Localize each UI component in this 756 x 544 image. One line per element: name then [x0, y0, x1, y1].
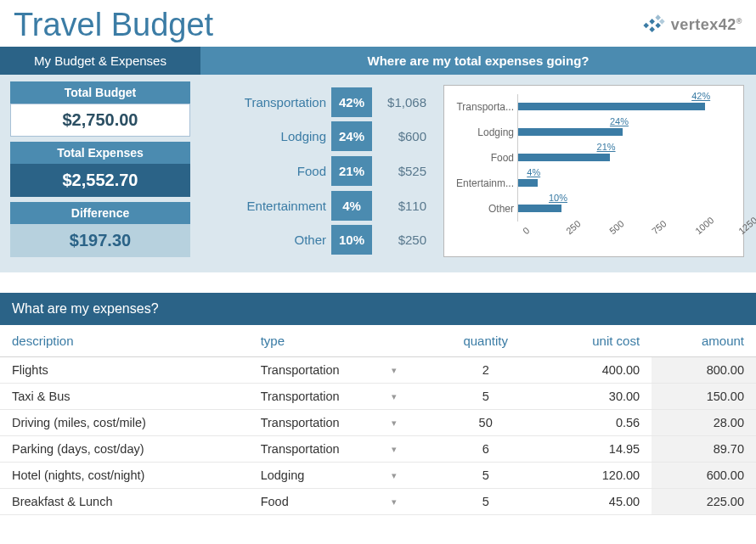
- summary-panel: Total Budget $2,750.00 Total Expenses $2…: [0, 75, 200, 272]
- breakdown-label: Lodging: [212, 121, 331, 151]
- cell-type[interactable]: Transportation▾: [249, 410, 432, 436]
- cell-amount[interactable]: 800.00: [652, 357, 756, 384]
- chart-row: Transporta...42%: [451, 94, 736, 120]
- breakdown-table: Transportation42%$1,068Lodging24%$600Foo…: [212, 85, 432, 257]
- page-title: Travel Budget: [14, 7, 213, 43]
- table-row[interactable]: FlightsTransportation▾2400.00800.00: [0, 357, 756, 384]
- cell-unit-cost[interactable]: 400.00: [539, 357, 652, 384]
- table-row[interactable]: Hotel (nights, cost/night)Lodging▾5120.0…: [0, 463, 756, 489]
- breakdown-amount: $110: [372, 191, 432, 221]
- cell-description[interactable]: Breakfast & Lunch: [0, 489, 249, 515]
- chart-category-label: Food: [451, 152, 517, 164]
- cell-unit-cost[interactable]: 14.95: [539, 436, 652, 463]
- chart-bar-label: 42%: [691, 91, 710, 101]
- cell-quantity[interactable]: 6: [432, 436, 539, 463]
- cell-unit-cost[interactable]: 30.00: [539, 384, 652, 410]
- chart-axis-tick: 750: [650, 218, 669, 236]
- svg-rect-5: [659, 19, 665, 25]
- cell-description[interactable]: Taxi & Bus: [0, 384, 249, 410]
- total-budget-label: Total Budget: [10, 81, 190, 104]
- cell-quantity[interactable]: 5: [432, 489, 539, 515]
- dropdown-caret-icon[interactable]: ▾: [392, 470, 397, 481]
- breakdown-pct: 21%: [331, 156, 372, 186]
- breakdown-pct: 24%: [331, 121, 372, 151]
- cell-description[interactable]: Hotel (nights, cost/night): [0, 463, 249, 489]
- breakdown-pct: 42%: [331, 87, 372, 117]
- my-budget-header: My Budget & Expenses: [0, 47, 200, 75]
- col-amount[interactable]: amount: [652, 325, 756, 357]
- cell-amount[interactable]: 89.70: [652, 436, 756, 463]
- table-row[interactable]: Parking (days, cost/day)Transportation▾6…: [0, 436, 756, 463]
- chart-category-label: Transporta...: [451, 101, 517, 113]
- dropdown-caret-icon[interactable]: ▾: [392, 496, 397, 508]
- col-unit-cost[interactable]: unit cost: [539, 325, 652, 357]
- svg-rect-1: [649, 19, 655, 25]
- total-expenses-value: $2,552.70: [10, 164, 190, 197]
- chart-row: Lodging24%: [451, 120, 736, 145]
- cell-description[interactable]: Parking (days, cost/day): [0, 436, 249, 463]
- chart-bar-label: 4%: [527, 167, 540, 177]
- cell-quantity[interactable]: 5: [432, 384, 539, 410]
- chart-bar: [518, 103, 705, 110]
- chart-bar: [518, 154, 610, 161]
- chart-bar: [518, 205, 561, 212]
- dropdown-caret-icon[interactable]: ▾: [392, 444, 397, 455]
- cell-quantity[interactable]: 50: [432, 410, 539, 436]
- cell-amount[interactable]: 225.00: [652, 489, 756, 515]
- cell-type[interactable]: Transportation▾: [249, 436, 432, 463]
- logo-icon: [642, 14, 666, 37]
- chart-row: Food21%: [451, 145, 736, 171]
- breakdown-pct: 4%: [331, 191, 372, 221]
- chart-bar-label: 21%: [597, 142, 616, 152]
- where-header: Where are my total expenses going?: [200, 47, 756, 75]
- svg-rect-3: [655, 22, 661, 28]
- table-row[interactable]: Driving (miles, cost/mile)Transportation…: [0, 410, 756, 436]
- breakdown-label: Entertainment: [212, 191, 331, 221]
- cell-unit-cost[interactable]: 120.00: [539, 463, 652, 489]
- cell-amount[interactable]: 28.00: [652, 410, 756, 436]
- chart-row: Other10%: [451, 196, 736, 222]
- cell-type[interactable]: Transportation▾: [249, 384, 432, 410]
- cell-description[interactable]: Driving (miles, cost/mile): [0, 410, 249, 436]
- cell-type[interactable]: Transportation▾: [249, 357, 432, 384]
- dropdown-caret-icon[interactable]: ▾: [392, 365, 397, 376]
- total-budget-value[interactable]: $2,750.00: [10, 104, 190, 137]
- cell-amount[interactable]: 600.00: [652, 463, 756, 489]
- cell-unit-cost[interactable]: 45.00: [539, 489, 652, 515]
- chart-bar-label: 10%: [549, 193, 567, 203]
- breakdown-amount: $600: [372, 121, 432, 151]
- svg-rect-2: [649, 26, 655, 32]
- expenses-table: description type quantity unit cost amou…: [0, 325, 756, 515]
- svg-rect-4: [655, 14, 661, 20]
- expenses-header: What are my expenses?: [0, 293, 756, 325]
- difference-value: $197.30: [10, 224, 190, 257]
- dropdown-caret-icon[interactable]: ▾: [392, 418, 397, 429]
- col-description[interactable]: description: [0, 325, 249, 357]
- chart-category-label: Other: [451, 203, 517, 215]
- chart-bar: [518, 128, 623, 136]
- cell-unit-cost[interactable]: 0.56: [539, 410, 652, 436]
- chart-axis-tick: 500: [607, 218, 626, 236]
- chart-row: Entertainm...4%: [451, 171, 736, 196]
- svg-rect-0: [643, 22, 649, 28]
- breakdown-label: Food: [212, 156, 331, 186]
- dropdown-caret-icon[interactable]: ▾: [392, 391, 397, 402]
- col-type[interactable]: type: [249, 325, 432, 357]
- cell-amount[interactable]: 150.00: [652, 384, 756, 410]
- cell-quantity[interactable]: 5: [432, 463, 539, 489]
- breakdown-amount: $250: [372, 225, 432, 255]
- breakdown-label: Other: [212, 225, 331, 255]
- cell-type[interactable]: Food▾: [249, 489, 432, 515]
- table-row[interactable]: Taxi & BusTransportation▾530.00150.00: [0, 384, 756, 410]
- cell-quantity[interactable]: 2: [432, 357, 539, 384]
- cell-type[interactable]: Lodging▾: [249, 463, 432, 489]
- chart-axis-tick: 0: [521, 225, 531, 236]
- expense-chart: Transporta...42%Lodging24%Food21%Enterta…: [443, 85, 744, 257]
- chart-bar: [518, 179, 538, 187]
- chart-bar-label: 24%: [610, 116, 629, 126]
- col-quantity[interactable]: quantity: [432, 325, 539, 357]
- total-expenses-label: Total Expenses: [10, 142, 190, 164]
- table-row[interactable]: Breakfast & LunchFood▾545.00225.00: [0, 489, 756, 515]
- breakdown-pct: 10%: [331, 225, 372, 255]
- cell-description[interactable]: Flights: [0, 357, 249, 384]
